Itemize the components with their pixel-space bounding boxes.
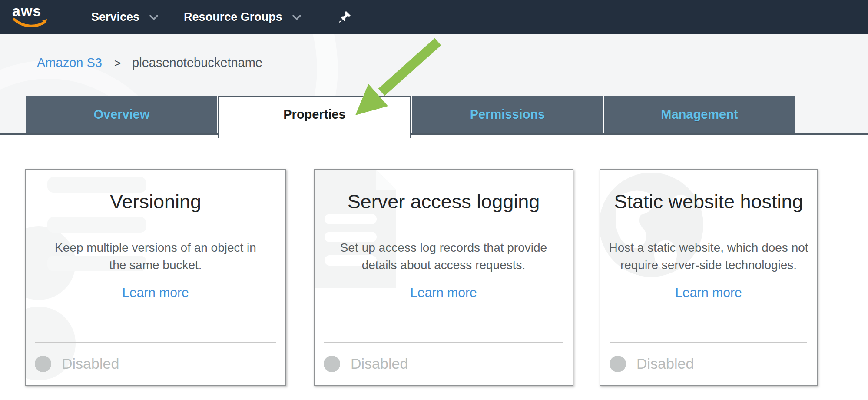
tab-properties[interactable]: Properties xyxy=(218,96,411,138)
status-indicator-circle xyxy=(324,356,340,372)
card-title: Static website hosting xyxy=(600,190,817,213)
status-indicator-circle xyxy=(610,356,626,372)
card-divider xyxy=(610,342,807,343)
card-status: Disabled xyxy=(35,355,119,372)
learn-more-link[interactable]: Learn more xyxy=(315,285,573,300)
status-label: Disabled xyxy=(636,355,694,372)
static-website-hosting-card[interactable]: Static website hosting Host a static web… xyxy=(600,169,818,386)
card-divider xyxy=(35,342,276,343)
card-title: Versioning xyxy=(26,190,285,213)
nav-resource-groups[interactable]: Resource Groups xyxy=(184,10,301,24)
card-status: Disabled xyxy=(324,355,408,372)
breadcrumb-separator: > xyxy=(114,57,121,70)
nav-pin-button[interactable] xyxy=(339,10,352,24)
card-description: Set up access log records that provide d… xyxy=(315,239,573,274)
tab-permissions[interactable]: Permissions xyxy=(412,96,603,133)
chevron-down-icon xyxy=(149,14,159,20)
aws-logo-text: aws xyxy=(12,3,49,18)
breadcrumb-amazon-s3-link[interactable]: Amazon S3 xyxy=(37,56,102,70)
nav-services[interactable]: Services xyxy=(91,10,159,24)
card-title: Server access logging xyxy=(315,190,573,213)
nav-services-label: Services xyxy=(91,10,139,24)
server-access-logging-card[interactable]: Server access logging Set up access log … xyxy=(314,169,573,386)
nav-resource-groups-label: Resource Groups xyxy=(184,10,282,24)
pushpin-icon xyxy=(339,10,352,24)
breadcrumb: Amazon S3 > pleasenotebucketname xyxy=(37,56,262,70)
s3-console-page: aws Services Resource Groups Amazon S3 xyxy=(0,0,868,400)
tab-management[interactable]: Management xyxy=(604,96,795,133)
breadcrumb-bucket-name: pleasenotebucketname xyxy=(132,56,262,70)
bucket-tabs: Overview Properties Permissions Manageme… xyxy=(26,96,795,133)
card-status: Disabled xyxy=(610,355,694,372)
learn-more-link[interactable]: Learn more xyxy=(26,285,285,300)
aws-top-navbar: aws Services Resource Groups xyxy=(0,0,868,34)
status-label: Disabled xyxy=(62,355,119,372)
tab-overview[interactable]: Overview xyxy=(26,96,217,133)
tab-row-underline xyxy=(0,133,868,135)
card-description: Host a static website, which does not re… xyxy=(600,239,817,274)
chevron-down-icon xyxy=(292,14,301,20)
versioning-card[interactable]: Versioning Keep multiple versions of an … xyxy=(25,169,286,386)
status-indicator-circle xyxy=(35,356,51,372)
learn-more-link[interactable]: Learn more xyxy=(600,285,817,300)
card-description: Keep multiple versions of an object in t… xyxy=(26,239,285,274)
aws-logo[interactable]: aws xyxy=(12,3,49,31)
card-divider xyxy=(324,342,563,343)
status-label: Disabled xyxy=(351,355,408,372)
